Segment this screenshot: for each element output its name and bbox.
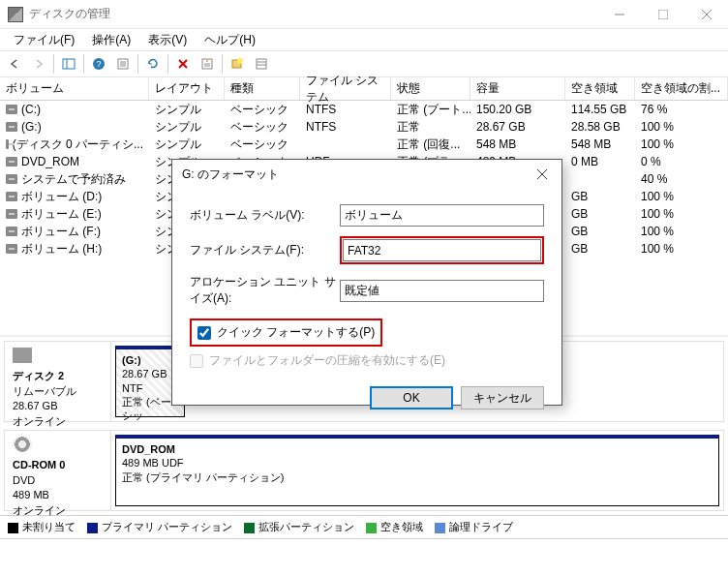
help-icon[interactable]: ? — [87, 52, 110, 76]
forward-button[interactable] — [27, 52, 50, 76]
partition-g-label: (G:) — [122, 354, 141, 366]
cancel-button[interactable]: キャンセル — [461, 386, 544, 409]
app-icon — [8, 7, 23, 22]
quick-format-checkbox[interactable]: クイック フォーマットする(P) — [197, 324, 375, 341]
menu-view[interactable]: 表示(V) — [140, 30, 195, 50]
allocation-unit-label: アロケーション ユニット サイズ(A): — [190, 274, 340, 307]
legend-extended: 拡張パーティション — [258, 521, 354, 532]
allocation-unit-select[interactable]: 既定値 — [340, 280, 544, 302]
volume-list-header: ボリューム レイアウト 種類 ファイル システム 状態 容量 空き領域 空き領域… — [0, 77, 728, 101]
dialog-close-button[interactable] — [523, 161, 561, 189]
compression-checkbox: ファイルとフォルダーの圧縮を有効にする(E) — [190, 352, 544, 369]
delete-icon[interactable] — [171, 52, 195, 76]
volume-label-input[interactable] — [340, 204, 544, 227]
menu-help[interactable]: ヘルプ(H) — [197, 30, 263, 50]
quick-format-label: クイック フォーマットする(P) — [217, 324, 375, 341]
status-bar — [0, 538, 728, 560]
cdrom-0-size: 489 MB — [13, 488, 103, 502]
disk-2-header[interactable]: ディスク 2 リムーバブル 28.67 GB オンライン — [5, 342, 111, 421]
disk-icon — [13, 348, 32, 363]
show-hide-tree-button[interactable] — [57, 52, 80, 76]
cdrom-0-type: DVD — [13, 473, 103, 488]
col-layout[interactable]: レイアウト — [149, 77, 225, 100]
volume-icon — [6, 157, 17, 167]
settings-icon[interactable] — [111, 52, 135, 76]
disk-2-title: ディスク 2 — [13, 369, 103, 383]
ok-button[interactable]: OK — [370, 386, 453, 409]
volume-icon — [6, 122, 17, 132]
menu-bar: ファイル(F) 操作(A) 表示(V) ヘルプ(H) — [0, 29, 728, 50]
file-system-label: ファイル システム(F): — [190, 242, 340, 258]
col-status[interactable]: 状態 — [391, 77, 470, 100]
menu-action[interactable]: 操作(A) — [84, 30, 138, 50]
svg-point-15 — [206, 60, 208, 62]
close-button[interactable] — [684, 0, 728, 28]
svg-rect-20 — [257, 59, 266, 69]
col-type[interactable]: 種類 — [225, 77, 300, 100]
volume-icon — [6, 227, 17, 236]
cdrom-0-title: CD-ROM 0 — [13, 458, 103, 472]
partition-dvdrom-status: 正常 (プライマリ パーティション) — [122, 470, 713, 484]
partition-dvdrom-label: DVD_ROM — [122, 443, 175, 455]
properties-icon[interactable] — [196, 52, 219, 76]
volume-icon — [6, 244, 17, 254]
partition-dvdrom-info: 489 MB UDF — [122, 456, 713, 470]
col-capacity[interactable]: 容量 — [470, 77, 565, 100]
table-row[interactable]: (ディスク 0 パーティシ...シンプルベーシック正常 (回復...548 MB… — [0, 136, 728, 153]
minimize-button[interactable] — [597, 0, 641, 28]
new-icon[interactable] — [226, 52, 249, 76]
file-system-select[interactable]: FAT32 — [343, 239, 541, 261]
legend-logical: 論理ドライブ — [449, 521, 513, 532]
cdrom-0-row: CD-ROM 0 DVD 489 MB オンライン DVD_ROM 489 MB… — [4, 430, 724, 511]
cdrom-0-header[interactable]: CD-ROM 0 DVD 489 MB オンライン — [5, 431, 111, 510]
refresh-icon[interactable] — [141, 52, 165, 76]
format-dialog: G: のフォーマット ボリューム ラベル(V): ファイル システム(F): F… — [171, 159, 562, 406]
col-freepct[interactable]: 空き領域の割... — [635, 77, 728, 100]
cdrom-0-status: オンライン — [13, 503, 103, 518]
legend-primary: プライマリ パーティション — [102, 521, 232, 532]
disk-2-size: 28.67 GB — [13, 399, 103, 413]
disk-2-type: リムーバブル — [13, 384, 103, 399]
back-button[interactable] — [3, 52, 26, 76]
volume-icon — [6, 105, 17, 114]
volume-icon — [6, 192, 17, 201]
legend: 未割り当て プライマリ パーティション 拡張パーティション 空き領域 論理ドライ… — [0, 515, 728, 538]
svg-text:?: ? — [96, 59, 101, 69]
table-row[interactable]: (C:)シンプルベーシックNTFS正常 (ブート...150.20 GB114.… — [0, 101, 728, 118]
menu-file[interactable]: ファイル(F) — [6, 30, 82, 50]
title-bar: ディスクの管理 — [0, 0, 728, 29]
legend-free: 空き領域 — [380, 521, 423, 532]
legend-unallocated: 未割り当て — [22, 521, 76, 532]
table-row[interactable]: (G:)シンプルベーシックNTFS正常28.67 GB28.58 GB100 % — [0, 118, 728, 136]
col-volume[interactable]: ボリューム — [0, 77, 149, 100]
col-fs[interactable]: ファイル システム — [300, 77, 391, 100]
volume-label-label: ボリューム ラベル(V): — [190, 207, 340, 224]
compression-label: ファイルとフォルダーの圧縮を有効にする(E) — [209, 352, 445, 369]
partition-dvdrom[interactable]: DVD_ROM 489 MB UDF 正常 (プライマリ パーティション) — [115, 435, 719, 506]
dialog-title-bar: G: のフォーマット — [172, 160, 561, 189]
maximize-button[interactable] — [641, 0, 684, 28]
svg-rect-1 — [658, 10, 668, 19]
dialog-title: G: のフォーマット — [182, 167, 279, 183]
volume-icon — [6, 174, 17, 184]
list-icon[interactable] — [250, 52, 273, 76]
disk-2-status: オンライン — [13, 414, 103, 429]
svg-point-19 — [237, 58, 243, 64]
partition-g-info: 28.67 GB NTF — [122, 367, 178, 395]
svg-rect-4 — [63, 59, 75, 69]
window-title: ディスクの管理 — [29, 6, 110, 22]
volume-icon — [6, 209, 17, 219]
volume-icon — [6, 139, 9, 149]
cdrom-icon — [13, 437, 32, 452]
partition-g-status: 正常 (ベーシッ — [122, 395, 178, 423]
col-free[interactable]: 空き領域 — [565, 77, 635, 100]
